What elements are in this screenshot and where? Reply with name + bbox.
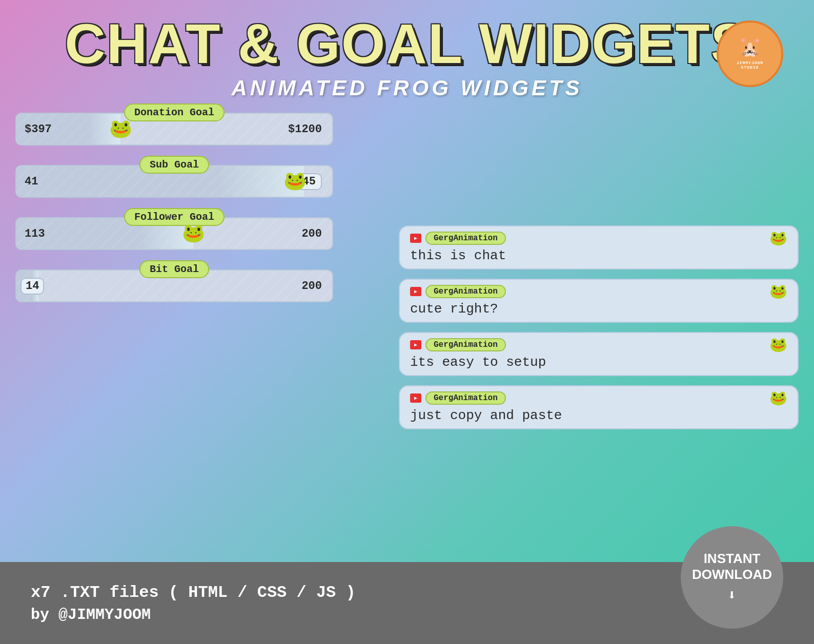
goal-sub: Sub Goal 41 45 🐸	[15, 165, 333, 198]
brand-text: JIMMYJOOM STUDIO	[737, 58, 763, 70]
chat-frog-2: 🐸	[769, 283, 787, 300]
chat-username-4: GergAnimation	[425, 391, 506, 405]
download-icon: ⬇	[728, 587, 737, 604]
twitch-icon-4	[410, 393, 421, 403]
goal-follower-frog: 🐸	[182, 222, 205, 245]
goal-donation: Donation Goal $397 🐸 $1200	[15, 113, 333, 146]
goal-follower-right: 200	[301, 227, 322, 240]
twitch-icon-3	[410, 340, 421, 349]
title-section: CHAT & GOAL WIDGETS ANIMATED FROG WIDGET…	[0, 0, 814, 100]
chat-username-2: GergAnimation	[425, 285, 506, 298]
goal-follower-label: Follower Goal	[124, 208, 225, 226]
goal-follower: Follower Goal 113 🐸 200	[15, 217, 333, 250]
goals-section: Donation Goal $397 🐸 $1200 Sub Goal 41 4…	[15, 113, 333, 322]
chat-text-3: its easy to setup	[410, 355, 787, 370]
chat-frog-1: 🐸	[769, 230, 787, 247]
chat-message-1: GergAnimation 🐸 this is chat	[399, 225, 799, 269]
chat-username-1: GergAnimation	[425, 232, 506, 245]
brand-circle: 🐹 JIMMYJOOM STUDIO	[717, 20, 783, 87]
bottom-bar: x7 .TXT files ( HTML / CSS / JS ) by @JI…	[0, 562, 814, 644]
chat-text-1: this is chat	[410, 248, 787, 263]
brand-animal: 🐹	[737, 38, 763, 58]
goal-follower-left: 113	[25, 227, 45, 240]
chat-frog-3: 🐸	[769, 336, 787, 354]
chat-message-3: GergAnimation 🐸 its easy to setup	[399, 332, 799, 376]
chat-username-row-4: GergAnimation	[410, 391, 787, 405]
goal-sub-frog: 🐸	[283, 170, 307, 193]
download-circle: INSTANT DOWNLOAD ⬇	[681, 526, 783, 629]
goal-donation-frog: 🐸	[109, 118, 132, 140]
chat-message-4: GergAnimation 🐸 just copy and paste	[399, 385, 799, 429]
bottom-line1: x7 .TXT files ( HTML / CSS / JS )	[31, 583, 356, 602]
goal-bit-left: 14	[21, 278, 44, 295]
chat-text-4: just copy and paste	[410, 408, 787, 423]
chat-section: GergAnimation 🐸 this is chat GergAnimati…	[399, 225, 799, 439]
bottom-text: x7 .TXT files ( HTML / CSS / JS ) by @JI…	[31, 583, 356, 624]
twitch-icon-2	[410, 287, 421, 296]
twitch-icon-1	[410, 234, 421, 243]
sub-title: ANIMATED FROG WIDGETS	[0, 76, 814, 100]
goal-sub-left: 41	[25, 175, 38, 188]
chat-username-row-3: GergAnimation	[410, 338, 787, 351]
goal-donation-label: Donation Goal	[124, 103, 225, 121]
chat-username-row-2: GergAnimation	[410, 285, 787, 298]
chat-username-3: GergAnimation	[425, 338, 506, 351]
goal-donation-right: $1200	[288, 123, 322, 136]
chat-username-row-1: GergAnimation	[410, 232, 787, 245]
goal-sub-label: Sub Goal	[139, 156, 209, 174]
chat-message-2: GergAnimation 🐸 cute right?	[399, 279, 799, 323]
bottom-line2: by @JIMMYJOOM	[31, 606, 356, 624]
download-text: INSTANT DOWNLOAD	[687, 551, 777, 583]
main-title: CHAT & GOAL WIDGETS	[0, 15, 814, 72]
chat-text-2: cute right?	[410, 301, 787, 317]
goal-donation-left: $397	[25, 123, 52, 136]
goal-bit-label: Bit Goal	[139, 260, 209, 278]
chat-frog-4: 🐸	[769, 389, 787, 407]
goal-bit: Bit Goal 14 200	[15, 269, 333, 302]
goal-bit-right: 200	[301, 280, 322, 293]
